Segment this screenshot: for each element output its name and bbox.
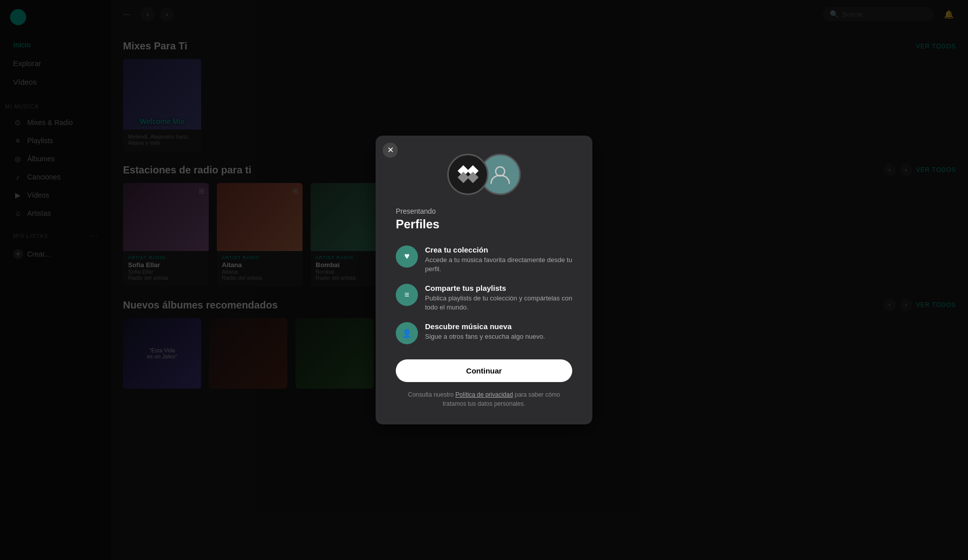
continue-button[interactable]: Continuar xyxy=(396,359,572,382)
playlist-share-icon: ≡ xyxy=(396,284,418,306)
modal-feature-1: ♥ Crea tu colección Accede a tu música f… xyxy=(396,245,572,274)
person-icon: 👤 xyxy=(396,322,418,344)
feature-2-text: Comparte tus playlists Publica playlists… xyxy=(425,284,572,312)
modal-feature-3: 👤 Descubre música nueva Sigue a otros fa… xyxy=(396,322,572,344)
feature-1-title: Crea tu colección xyxy=(425,245,572,254)
tidal-icon xyxy=(447,154,489,195)
feature-2-desc: Publica playlists de tu colección y comp… xyxy=(425,294,572,312)
modal-close-button[interactable]: ✕ xyxy=(383,143,398,158)
modal-title: Perfiles xyxy=(396,217,572,231)
profile-svg xyxy=(488,162,512,186)
feature-1-text: Crea tu colección Accede a tu música fav… xyxy=(425,245,572,274)
footer-text-1: Consulta nuestro xyxy=(408,391,454,398)
modal-presenting-label: Presentando xyxy=(396,207,572,215)
heart-icon: ♥ xyxy=(396,245,418,268)
modal-feature-2: ≡ Comparte tus playlists Publica playlis… xyxy=(396,284,572,312)
modal: ✕ xyxy=(376,136,592,425)
feature-1-desc: Accede a tu música favorita directamente… xyxy=(425,256,572,274)
feature-3-title: Descubre música nueva xyxy=(425,322,545,331)
modal-footer: Consulta nuestro Política de privacidad … xyxy=(396,390,572,408)
modal-overlay: ✕ xyxy=(0,0,968,560)
feature-3-text: Descubre música nueva Sigue a otros fans… xyxy=(425,322,545,341)
svg-point-0 xyxy=(496,167,505,176)
modal-icons xyxy=(396,154,572,195)
feature-3-desc: Sigue a otros fans y escucha algo nuevo. xyxy=(425,332,545,341)
tidal-diamond-4 xyxy=(467,172,478,183)
tidal-logo xyxy=(459,167,477,181)
feature-2-title: Comparte tus playlists xyxy=(425,284,572,292)
privacy-link[interactable]: Política de privacidad xyxy=(455,391,513,398)
